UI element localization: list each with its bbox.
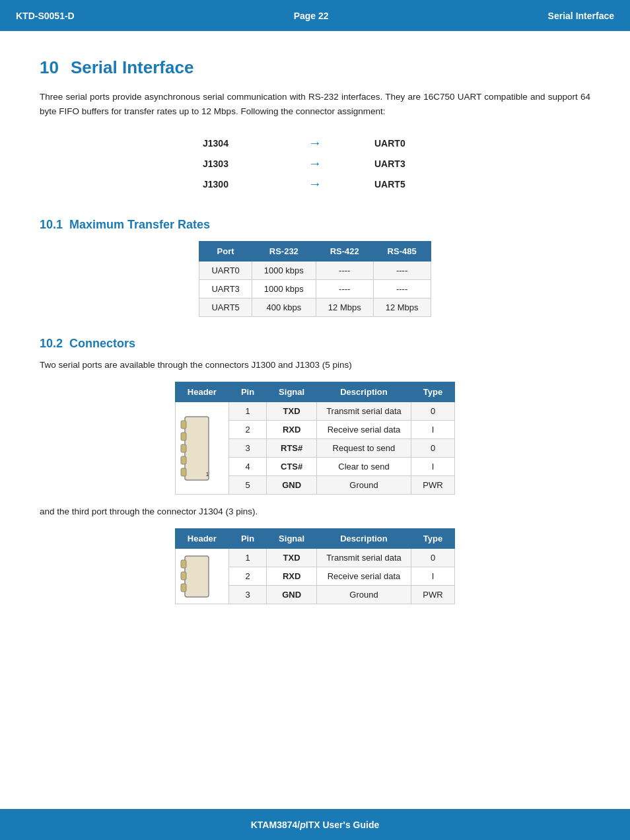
table-cell: GND [267,476,317,495]
table-header: RS-422 [316,242,373,262]
table-cell: ---- [316,262,373,280]
svg-rect-5 [181,468,186,476]
mapping-row: J1300 → UART5 [203,174,427,194]
section-10-1: 10.1Maximum Transfer Rates PortRS-232RS-… [40,218,590,317]
section-10-1-title: 10.1Maximum Transfer Rates [40,218,590,232]
section-10: 10Serial Interface Three serial ports pr… [40,57,590,194]
table-cell: UART0 [199,262,252,280]
mapping-label: J1303 [203,158,256,169]
connector-cell-3pin [175,549,228,604]
table-header: Type [411,529,454,549]
mapping-row: J1304 → UART0 [203,133,427,153]
section-10-2-intro: Two serial ports are available through t… [40,360,590,370]
table-header: Port [199,242,252,262]
table-header: RS-485 [373,242,431,262]
section-10-2-title: 10.2Connectors [40,337,590,351]
connector-cell-5pin: 1 [175,402,228,495]
mapping-arrow: → [305,156,325,171]
footer-bar: KTAM3874/pITX User's Guide [0,809,630,840]
middle-text: and the third port through the connector… [40,507,590,516]
svg-rect-1 [181,421,186,429]
table-cell: Transmit serial data [317,549,411,567]
conn-table-3: HeaderPinSignalDescriptionType 1TXDTrans… [175,528,455,604]
transfer-rates-table-wrap: PortRS-232RS-422RS-485 UART01000 kbps---… [40,241,590,317]
mapping-value: UART5 [374,179,427,190]
svg-rect-9 [181,572,186,580]
table-cell: Request to send [317,439,411,458]
svg-text:1: 1 [205,471,209,477]
table-cell: 1000 kbps [252,262,316,280]
table-cell: ---- [373,280,431,298]
table-header: Signal [267,382,317,402]
svg-rect-4 [181,456,186,464]
table-cell: I [411,421,454,439]
table-header: Pin [228,529,266,549]
header-center: Page 22 [294,11,329,21]
table-cell: 12 Mbps [373,298,431,317]
mapping-value: UART3 [374,158,427,169]
mapping-label: J1304 [203,138,256,149]
conn-table-5: HeaderPinSignalDescriptionType 1 1TXDTra… [175,382,455,495]
section-10-intro: Three serial ports provide asynchronous … [40,90,590,118]
table-cell: I [411,458,454,476]
table-header: Signal [267,529,317,549]
header-bar: KTD-S0051-D Page 22 Serial Interface [0,0,630,31]
table-cell: CTS# [267,458,317,476]
table-cell: 3 [228,586,266,604]
table-header: Pin [228,382,266,402]
table-cell: 1 [228,549,266,567]
table-cell: 2 [228,421,266,439]
mapping-arrow: → [305,176,325,192]
connector-image-5pin: 1 [180,415,214,481]
table-cell: TXD [267,402,317,421]
table-cell: Transmit serial data [317,402,411,421]
svg-rect-2 [181,433,186,440]
table-cell: RXD [267,421,317,439]
table-cell: 400 kbps [252,298,316,317]
table-cell: 0 [411,549,454,567]
table-cell: Receive serial data [317,421,411,439]
footer-label: User's Guide [322,820,379,830]
table-cell: 12 Mbps [316,298,373,317]
table-cell: PWR [411,586,454,604]
table-header: Description [317,529,411,549]
table-cell: 2 [228,567,266,586]
mapping-table: J1304 → UART0 J1303 → UART3 J1300 → UART… [203,133,427,194]
table-cell: 1000 kbps [252,280,316,298]
svg-rect-8 [181,560,186,568]
header-left: KTD-S0051-D [16,11,75,21]
svg-rect-10 [181,584,186,592]
main-content: 10Serial Interface Three serial ports pr… [0,31,630,650]
table-cell: 5 [228,476,266,495]
table-cell: 4 [228,458,266,476]
section-10-title: 10Serial Interface [40,57,590,78]
mapping-row: J1303 → UART3 [203,153,427,174]
table-cell: I [411,567,454,586]
footer-brand: KTAM3874/pITX [251,820,320,830]
connector-image-3pin [180,555,214,598]
table-header: Header [175,382,228,402]
table-cell: ---- [373,262,431,280]
table-cell: 3 [228,439,266,458]
table-cell: ---- [316,280,373,298]
mapping-arrow: → [305,135,325,151]
table-header: Description [317,382,411,402]
table-cell: 0 [411,402,454,421]
table-header: Header [175,529,228,549]
transfer-rates-table: PortRS-232RS-422RS-485 UART01000 kbps---… [199,241,431,317]
table-cell: 0 [411,439,454,458]
table-header: RS-232 [252,242,316,262]
conn-table-3-wrap: HeaderPinSignalDescriptionType 1TXDTrans… [40,528,590,604]
table-cell: TXD [267,549,317,567]
table-cell: Ground [317,586,411,604]
table-cell: GND [267,586,317,604]
svg-rect-7 [185,556,209,597]
table-cell: Receive serial data [317,567,411,586]
mapping-value: UART0 [374,138,427,149]
table-cell: 1 [228,402,266,421]
mapping-label: J1300 [203,179,256,190]
table-cell: RXD [267,567,317,586]
table-cell: PWR [411,476,454,495]
table-cell: UART3 [199,280,252,298]
svg-rect-3 [181,444,186,452]
